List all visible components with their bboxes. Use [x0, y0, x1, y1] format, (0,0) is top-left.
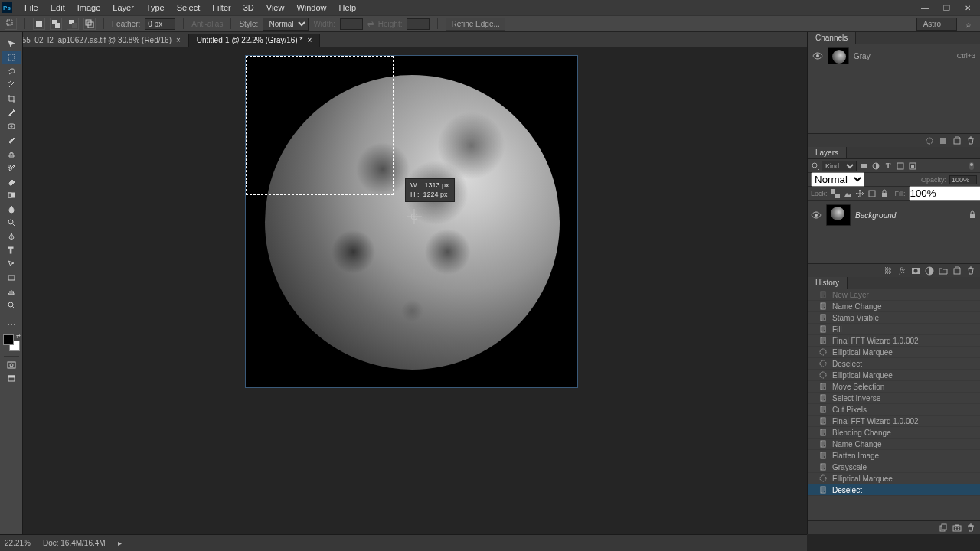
tab-close-icon[interactable]: ×	[176, 36, 181, 44]
layers-tab[interactable]: Layers	[808, 147, 847, 158]
swap-colors-icon[interactable]: ⇄	[16, 334, 21, 340]
dodge-tool[interactable]	[2, 216, 21, 230]
intersect-selection-icon[interactable]	[83, 18, 96, 30]
blur-tool[interactable]	[2, 202, 21, 216]
history-state[interactable]: Flatten Image	[808, 450, 980, 461]
layer-name[interactable]: Background	[855, 211, 896, 220]
filter-shape-icon[interactable]	[895, 161, 906, 171]
adjustment-layer-icon[interactable]	[925, 266, 934, 276]
visibility-toggle-icon[interactable]	[812, 51, 823, 61]
history-state[interactable]: Grayscale	[808, 461, 980, 473]
history-state[interactable]: Deselect	[808, 358, 980, 370]
layer-style-icon[interactable]: fx	[897, 266, 906, 276]
refine-edge-button[interactable]: Refine Edge...	[446, 18, 505, 31]
group-icon[interactable]	[939, 266, 948, 276]
history-state[interactable]: Elliptical Marquee	[808, 347, 980, 358]
add-selection-icon[interactable]	[50, 18, 62, 30]
menu-file[interactable]: File	[18, 3, 44, 12]
history-state[interactable]: Final FFT Wizard 1.0.002	[808, 416, 980, 427]
minimize-icon[interactable]: —	[919, 4, 931, 12]
document-tab[interactable]: Untitled-1 @ 22.2% (Gray/16) *×	[189, 34, 320, 47]
move-tool[interactable]	[2, 37, 21, 51]
color-swatches[interactable]: ⇄	[3, 334, 20, 351]
filter-type-icon[interactable]: T	[883, 161, 893, 171]
opacity-input[interactable]	[949, 175, 977, 184]
edit-toolbar-icon[interactable]: ⋯	[2, 318, 21, 331]
tab-close-icon[interactable]: ×	[307, 36, 312, 44]
path-selection-tool[interactable]	[2, 257, 21, 271]
history-state[interactable]: Fill	[808, 324, 980, 335]
menu-layer[interactable]: Layer	[106, 3, 140, 12]
filter-smart-icon[interactable]	[907, 161, 918, 171]
pen-tool[interactable]	[2, 230, 21, 243]
delete-layer-icon[interactable]	[966, 266, 975, 276]
history-state[interactable]: Blending Change	[808, 427, 980, 439]
channel-thumbnail[interactable]	[828, 47, 849, 64]
layer-thumbnail[interactable]	[826, 204, 851, 226]
menu-3d[interactable]: 3D	[237, 3, 260, 12]
lasso-tool[interactable]	[2, 64, 21, 78]
magic-wand-tool[interactable]	[2, 78, 21, 92]
feather-input[interactable]	[145, 18, 175, 30]
search-icon[interactable]: ⌕	[966, 20, 975, 28]
workspace-switcher[interactable]: Astro	[916, 18, 957, 31]
lock-transparent-icon[interactable]	[831, 188, 840, 199]
zoom-level[interactable]: 22.21%	[5, 539, 31, 547]
menu-filter[interactable]: Filter	[206, 3, 237, 12]
healing-brush-tool[interactable]	[2, 119, 21, 133]
document-tab[interactable]: 21_55_02_l2_ap10627.as.tif @ 30.8% (Red/…	[2, 34, 189, 47]
crop-tool[interactable]	[2, 92, 21, 106]
history-state[interactable]: Select Inverse	[808, 393, 980, 404]
lock-image-icon[interactable]	[843, 188, 852, 199]
history-state[interactable]: Name Change	[808, 301, 980, 312]
filter-pixel-icon[interactable]	[858, 161, 869, 171]
layer-row-background[interactable]: Background	[808, 201, 980, 230]
history-state[interactable]: Name Change	[808, 439, 980, 450]
subtract-selection-icon[interactable]	[67, 18, 79, 30]
type-tool[interactable]: T	[2, 243, 21, 257]
history-state[interactable]: Stamp Visible	[808, 312, 980, 324]
clone-stamp-tool[interactable]	[2, 147, 21, 161]
style-select[interactable]: Normal	[263, 18, 309, 31]
foreground-color-swatch[interactable]	[3, 334, 14, 345]
brush-tool[interactable]	[2, 133, 21, 147]
channel-row[interactable]: GrayCtrl+3	[808, 44, 980, 67]
new-selection-icon[interactable]	[33, 18, 45, 30]
marquee-selection[interactable]	[246, 56, 394, 195]
history-state[interactable]: Final FFT Wizard 1.0.002	[808, 335, 980, 347]
blend-mode-select[interactable]: Normal	[811, 172, 864, 187]
eyedropper-tool[interactable]	[2, 106, 21, 119]
screen-mode-icon[interactable]	[2, 372, 21, 386]
hand-tool[interactable]	[2, 285, 21, 298]
filter-adjust-icon[interactable]	[871, 161, 881, 171]
zoom-tool[interactable]	[2, 298, 21, 312]
visibility-toggle-icon[interactable]	[811, 210, 822, 220]
lock-nest-icon[interactable]	[867, 188, 877, 199]
quick-mask-icon[interactable]	[2, 358, 21, 372]
close-icon[interactable]: ✕	[962, 4, 974, 12]
history-state[interactable]: New Layer	[808, 289, 980, 301]
menu-type[interactable]: Type	[140, 3, 171, 12]
filter-toggle-icon[interactable]	[966, 161, 977, 171]
canvas-area[interactable]: W : 1313 px H : 1224 px	[23, 47, 807, 534]
channels-tab[interactable]: Channels	[808, 32, 856, 44]
rectangular-marquee-tool[interactable]	[2, 51, 21, 64]
new-channel-icon[interactable]	[952, 136, 962, 145]
menu-select[interactable]: Select	[171, 3, 207, 12]
history-tab[interactable]: History	[808, 277, 848, 289]
gradient-tool[interactable]	[2, 188, 21, 202]
menu-help[interactable]: Help	[333, 3, 363, 12]
delete-channel-icon[interactable]	[966, 136, 975, 145]
lock-position-icon[interactable]	[855, 188, 864, 199]
layer-filter-kind[interactable]: Kind	[822, 161, 857, 171]
history-state[interactable]: Cut Pixels	[808, 404, 980, 416]
restore-icon[interactable]: ❐	[940, 4, 952, 12]
link-layers-icon[interactable]: ⛓	[884, 266, 893, 276]
menu-window[interactable]: Window	[290, 3, 332, 12]
layer-mask-icon[interactable]	[911, 266, 920, 276]
history-brush-tool[interactable]	[2, 161, 21, 174]
lock-all-icon[interactable]	[880, 188, 889, 199]
menu-image[interactable]: Image	[71, 3, 107, 12]
delete-state-icon[interactable]	[966, 523, 975, 533]
new-snapshot-icon[interactable]	[952, 523, 962, 533]
